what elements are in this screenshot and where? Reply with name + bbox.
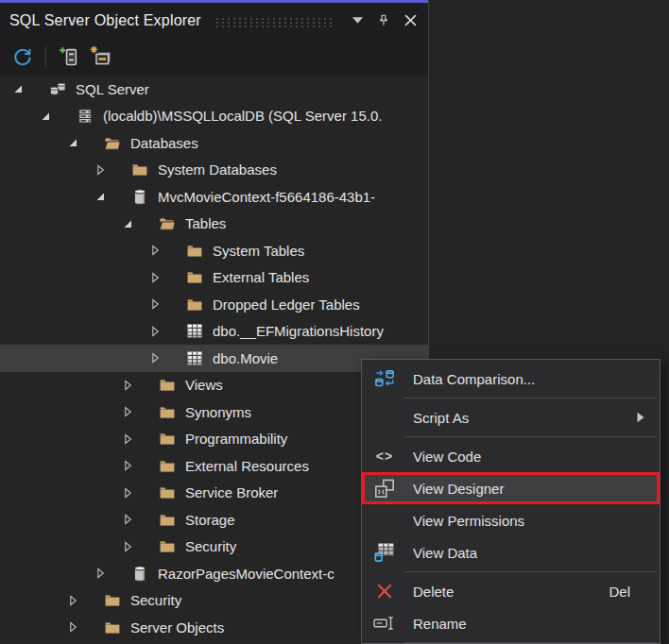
menu-item-script-as[interactable]: Script As: [362, 401, 660, 433]
menu-item-view-data[interactable]: View Data: [362, 536, 660, 568]
add-sql-server-icon: [59, 46, 79, 67]
add-sql-server-button[interactable]: [56, 43, 82, 70]
expand-arrow-icon[interactable]: [122, 406, 135, 417]
new-database-icon: [90, 45, 112, 68]
toolbar-separator: [45, 46, 46, 67]
menu-item-label: Script As: [413, 410, 469, 426]
refresh-button[interactable]: [9, 43, 36, 70]
folder-icon: [185, 269, 204, 286]
tree-item-label: SQL Server: [76, 81, 149, 97]
folder-open-icon: [158, 215, 177, 232]
tree-item-system-tables[interactable]: System Tables: [0, 237, 428, 264]
window-position-button[interactable]: [345, 8, 369, 33]
expand-arrow-icon[interactable]: [122, 460, 135, 471]
view-code-icon: <>: [371, 445, 398, 467]
tree-item-label: Programmability: [185, 431, 287, 447]
expand-arrow-icon[interactable]: [122, 514, 135, 525]
tree-item-localdb-mssqllocaldb-sql-server-15-0[interactable]: (localdb)\MSSQLLocalDB (SQL Server 15.0.: [0, 103, 428, 130]
tree-item-label: RazorPagesMovieContext-c: [158, 566, 334, 582]
folder-icon: [158, 511, 177, 528]
menu-separator: [404, 571, 657, 572]
menu-item-label: View Designer: [413, 481, 504, 497]
tree-item-label: Storage: [185, 512, 235, 528]
panel-toolbar: [0, 38, 428, 76]
drag-grip[interactable]: [214, 17, 335, 27]
menu-item-label: View Data: [413, 545, 477, 561]
tree-item-label: System Tables: [213, 243, 304, 259]
sql-server-icon: [48, 80, 67, 97]
folder-icon: [158, 403, 177, 420]
menu-icon-gutter: [371, 406, 398, 429]
expand-arrow-icon[interactable]: [67, 621, 80, 633]
close-icon: [404, 14, 417, 26]
expand-arrow-icon[interactable]: [94, 164, 108, 176]
menu-item-label: Delete: [413, 584, 454, 600]
tree-item-label: dbo.Movie: [213, 350, 278, 366]
menu-item-label: View Code: [413, 449, 481, 465]
tree-item-dropped-ledger-tables[interactable]: Dropped Ledger Tables: [0, 291, 428, 318]
menu-separator: [404, 436, 657, 437]
tree-item-dbo-efmigrationshistory[interactable]: dbo.__EFMigrationsHistory: [0, 318, 428, 346]
folder-icon: [185, 242, 204, 259]
menu-item-view-designer[interactable]: View Designer: [362, 472, 660, 504]
menu-item-shortcut: Del: [609, 584, 630, 600]
expand-arrow-icon[interactable]: [94, 568, 108, 579]
folder-icon: [185, 296, 204, 313]
tree-item-label: External Resources: [185, 458, 309, 474]
submenu-arrow-icon: [637, 412, 644, 423]
expand-arrow-icon[interactable]: [122, 380, 135, 391]
tool-window-titlebar: SQL Server Object Explorer: [0, 3, 428, 38]
expand-arrow-icon[interactable]: [149, 298, 163, 310]
tree-item-label: External Tables: [213, 269, 309, 285]
database-icon: [130, 565, 149, 582]
expand-arrow-icon[interactable]: [149, 272, 163, 283]
tree-item-tables[interactable]: Tables: [0, 211, 428, 238]
collapse-arrow-icon[interactable]: [40, 110, 53, 122]
tree-item-sql-server[interactable]: SQL Server: [0, 76, 428, 103]
tree-item-label: Security: [185, 538, 236, 554]
tree-item-label: Synonyms: [185, 404, 251, 420]
close-button[interactable]: [398, 8, 422, 33]
collapse-arrow-icon[interactable]: [122, 218, 135, 229]
data-comparison-icon: [371, 367, 398, 390]
tree-item-label: dbo.__EFMigrationsHistory: [213, 323, 384, 339]
pin-button[interactable]: [371, 8, 396, 33]
menu-item-data-comparison[interactable]: Data Comparison...: [362, 363, 660, 395]
tree-item-external-tables[interactable]: External Tables: [0, 264, 428, 292]
menu-item-view-permissions[interactable]: View Permissions: [362, 504, 660, 536]
tree-item-label: (localdb)\MSSQLLocalDB (SQL Server 15.0.: [103, 108, 382, 124]
expand-arrow-icon[interactable]: [122, 487, 135, 499]
expand-arrow-icon[interactable]: [149, 352, 163, 364]
collapse-arrow-icon[interactable]: [12, 83, 26, 94]
tree-item-databases[interactable]: Databases: [0, 129, 428, 157]
delete-icon: [371, 580, 398, 602]
menu-item-view-code[interactable]: <>View Code: [362, 440, 660, 472]
database-icon: [130, 188, 149, 205]
folder-open-icon: [103, 134, 122, 151]
new-database-button[interactable]: [88, 43, 114, 70]
context-menu: Data Comparison...Script As<>View CodeVi…: [361, 359, 660, 644]
tree-item-label: System Databases: [158, 161, 277, 178]
menu-item-rename[interactable]: Rename: [362, 607, 660, 639]
folder-icon: [130, 161, 149, 178]
rename-icon: [371, 612, 398, 635]
menu-separator: [404, 398, 657, 398]
tree-item-system-databases[interactable]: System Databases: [0, 157, 428, 184]
folder-icon: [158, 377, 177, 394]
expand-arrow-icon[interactable]: [122, 541, 135, 552]
collapse-arrow-icon[interactable]: [94, 191, 108, 202]
table-icon: [185, 349, 204, 366]
folder-icon: [103, 592, 122, 609]
tree-item-mvcmoviecontext-f5664186-43b1[interactable]: MvcMovieContext-f5664186-43b1-: [0, 183, 428, 211]
menu-item-delete[interactable]: DeleteDel: [362, 575, 660, 607]
folder-icon: [158, 484, 177, 501]
expand-arrow-icon[interactable]: [149, 245, 163, 256]
expand-arrow-icon[interactable]: [67, 595, 80, 606]
collapse-arrow-icon[interactable]: [67, 137, 80, 148]
expand-arrow-icon[interactable]: [122, 433, 135, 445]
tree-item-label: Security: [130, 592, 181, 608]
menu-item-label: Data Comparison...: [413, 371, 535, 387]
chevron-down-icon: [352, 17, 363, 24]
menu-item-label: View Permissions: [413, 513, 524, 529]
expand-arrow-icon[interactable]: [149, 326, 163, 337]
